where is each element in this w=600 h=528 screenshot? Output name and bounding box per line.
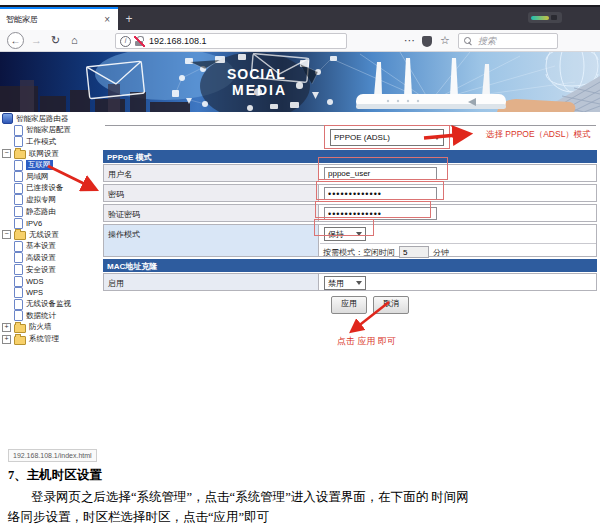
banner-image: SOCIAL MEDIA bbox=[0, 52, 600, 112]
nav-toolbar: ← → ↻ ⌂ i ⋯ ☆ bbox=[0, 30, 600, 52]
page-icon bbox=[14, 241, 23, 252]
folder-icon bbox=[14, 231, 26, 240]
annotation-rect-password bbox=[316, 181, 444, 200]
search-box[interactable] bbox=[458, 33, 558, 49]
document-paragraph-line1: 登录网页之后选择“系统管理”，点击“系统管理”进入设置界面，在下面的 时间网 bbox=[31, 489, 469, 506]
sidebar-item-statistics[interactable]: 数据统计 bbox=[0, 310, 101, 322]
tree-collapse-icon[interactable]: − bbox=[2, 230, 11, 239]
mac-enable-select[interactable]: 禁用 bbox=[324, 276, 366, 290]
folder-icon bbox=[14, 324, 26, 333]
annotation-rect-wan-select bbox=[324, 125, 450, 149]
bookmark-star-icon[interactable]: ☆ bbox=[440, 34, 450, 47]
sidebar-item-lan[interactable]: 局域网 bbox=[0, 171, 101, 183]
page-icon bbox=[14, 206, 23, 217]
sidebar-item-basic-settings[interactable]: 基本设置 bbox=[0, 241, 101, 253]
page-icon bbox=[14, 276, 23, 287]
browser-tab[interactable]: 智能家居 × bbox=[0, 7, 118, 30]
sidebar-item-work-mode[interactable]: 工作模式 bbox=[0, 136, 101, 148]
sidebar-item-system-management[interactable]: + 系统管理 bbox=[0, 333, 101, 345]
sidebar-item-wireless-settings[interactable]: − 无线设置 bbox=[0, 229, 101, 241]
document-heading: 7、主机时区设置 bbox=[8, 467, 102, 484]
insecure-lock-icon[interactable] bbox=[135, 39, 143, 46]
subrow-divider bbox=[320, 243, 596, 244]
sidebar-item-internet[interactable]: 互联网 bbox=[0, 159, 101, 171]
username-label: 用户名 bbox=[104, 165, 319, 181]
sidebar-item-wireless-monitor[interactable]: 无线设备监视 bbox=[0, 299, 101, 311]
tab-title: 智能家居 bbox=[6, 14, 102, 25]
page-icon bbox=[14, 218, 23, 229]
page-icon bbox=[14, 183, 23, 194]
page-icon bbox=[14, 194, 23, 205]
tree-collapse-icon[interactable]: − bbox=[2, 149, 11, 158]
page-icon bbox=[14, 287, 23, 298]
sidebar-item-vpn[interactable]: 虚拟专网 bbox=[0, 194, 101, 206]
forward-icon[interactable]: → bbox=[31, 34, 42, 46]
search-input[interactable] bbox=[476, 35, 597, 47]
page-actions-icon[interactable]: ⋯ bbox=[404, 34, 415, 47]
sidebar-item-firewall[interactable]: + 防火墙 bbox=[0, 322, 101, 334]
click-apply-note: 点击 应用 即可 bbox=[337, 335, 396, 348]
page-info-icon[interactable]: i bbox=[120, 36, 131, 47]
sidebar-item-wds[interactable]: WDS bbox=[0, 275, 101, 287]
url-bar[interactable]: i bbox=[115, 33, 347, 49]
selected-item-label: 互联网 bbox=[26, 160, 53, 170]
annotation-rect-username bbox=[318, 157, 448, 180]
sidebar-item-root[interactable]: 智能家居路由器 bbox=[0, 113, 101, 125]
indicator-bar bbox=[531, 16, 549, 20]
browser-status-bar: 192.168.108.1/index.html bbox=[8, 449, 97, 462]
page-icon bbox=[14, 136, 23, 147]
banner-text-line2: MEDIA bbox=[232, 82, 287, 98]
mac-enable-label: 启用 bbox=[104, 274, 319, 290]
folder-icon bbox=[14, 150, 26, 159]
url-input[interactable] bbox=[147, 35, 342, 47]
operation-mode-label: 操作模式 bbox=[104, 225, 319, 256]
page-icon bbox=[14, 264, 23, 275]
sidebar-tree: 智能家居路由器 智能家居配置 工作模式 − 联网设置 互联网 局域网 已连接设备 bbox=[0, 113, 101, 353]
tab-strip-indicator bbox=[528, 12, 562, 23]
home-icon[interactable]: ⌂ bbox=[71, 34, 78, 46]
page-icon bbox=[14, 299, 23, 310]
back-icon[interactable]: ← bbox=[7, 32, 24, 49]
cancel-button[interactable]: 取消 bbox=[373, 296, 409, 314]
page-icon bbox=[14, 160, 23, 171]
annotation-rect-opmode bbox=[314, 219, 374, 236]
page: 智能家居 × + ← → ↻ ⌂ i ⋯ ☆ bbox=[0, 0, 600, 528]
apply-button[interactable]: 应用 bbox=[331, 296, 367, 314]
tracking-shield-icon[interactable] bbox=[422, 36, 432, 47]
new-tab-icon[interactable]: + bbox=[120, 10, 138, 28]
password-label: 密码 bbox=[104, 185, 319, 201]
tab-strip: 智能家居 × + bbox=[0, 7, 600, 30]
sidebar-item-connected-devices[interactable]: 已连接设备 bbox=[0, 183, 101, 195]
document-paragraph-line2: 络同步设置，时区栏选择时区，点击“应用”即可 bbox=[8, 509, 269, 526]
confirm-password-label: 验证密码 bbox=[104, 205, 319, 221]
sidebar-item-security-settings[interactable]: 安全设置 bbox=[0, 264, 101, 276]
on-demand-suffix: 分钟 bbox=[433, 247, 449, 258]
select-mode-note: 选择 PPPOE（ADSL）模式 bbox=[486, 129, 591, 141]
reload-icon[interactable]: ↻ bbox=[51, 34, 60, 47]
tab-close-icon[interactable]: × bbox=[102, 14, 112, 25]
annotation-rect-confirm bbox=[315, 201, 431, 218]
indicator-dot bbox=[551, 15, 557, 20]
on-demand-prefix: 按需模式：空闲时间 bbox=[323, 247, 395, 258]
on-demand-row: 按需模式：空闲时间 分钟 bbox=[323, 246, 449, 258]
page-icon bbox=[14, 310, 23, 321]
page-icon bbox=[14, 125, 23, 136]
search-icon bbox=[464, 37, 472, 45]
sidebar-item-advanced-settings[interactable]: 高级设置 bbox=[0, 252, 101, 264]
chevron-down-icon bbox=[356, 281, 362, 285]
folder-icon bbox=[14, 336, 26, 345]
sidebar-item-static-route[interactable]: 静态路由 bbox=[0, 206, 101, 218]
sidebar-item-wps[interactable]: WPS bbox=[0, 287, 101, 299]
sidebar-item-ipv6[interactable]: IPV6 bbox=[0, 217, 101, 229]
sidebar-item-home-config[interactable]: 智能家居配置 bbox=[0, 125, 101, 137]
mac-clone-section-header: MAC地址克隆 bbox=[103, 259, 597, 272]
sidebar-item-network-settings[interactable]: − 联网设置 bbox=[0, 148, 101, 160]
router-icon bbox=[2, 113, 13, 124]
page-icon bbox=[14, 171, 23, 182]
banner-text-line1: SOCIAL bbox=[227, 66, 286, 82]
tree-expand-icon[interactable]: + bbox=[2, 335, 11, 344]
tree-expand-icon[interactable]: + bbox=[2, 323, 11, 332]
idle-time-input[interactable] bbox=[399, 246, 429, 258]
page-icon bbox=[14, 252, 23, 263]
